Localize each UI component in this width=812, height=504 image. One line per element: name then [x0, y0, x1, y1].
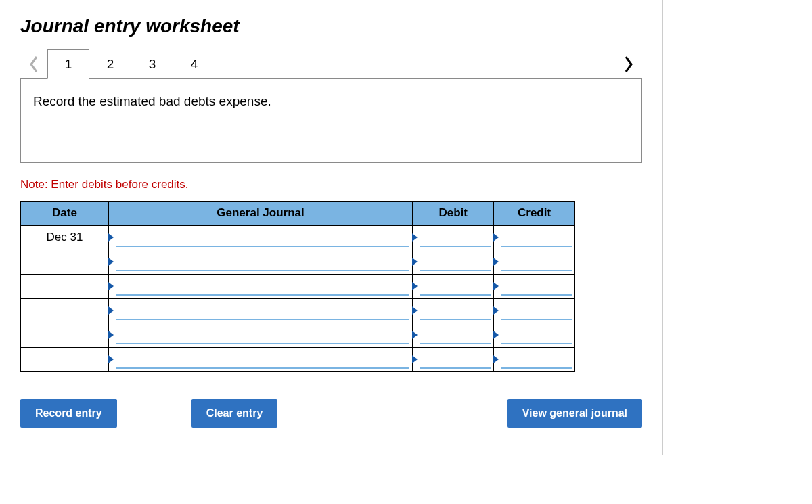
- col-debit-header: Debit: [413, 201, 494, 225]
- clear-entry-button[interactable]: Clear entry: [191, 399, 278, 428]
- view-general-journal-button[interactable]: View general journal: [508, 399, 642, 428]
- date-cell[interactable]: [21, 347, 109, 371]
- instruction-box: Record the estimated bad debts expense.: [20, 78, 642, 163]
- date-cell[interactable]: [21, 250, 109, 274]
- prev-arrow[interactable]: [20, 55, 47, 73]
- next-arrow[interactable]: [615, 55, 642, 73]
- gj-cell[interactable]: [108, 347, 412, 371]
- gj-cell[interactable]: [108, 323, 412, 347]
- date-cell[interactable]: Dec 31: [21, 225, 109, 250]
- debit-cell[interactable]: [413, 250, 494, 274]
- table-row: [21, 298, 575, 323]
- credit-cell[interactable]: [494, 225, 575, 250]
- page-title: Journal entry worksheet: [20, 16, 642, 37]
- debit-cell[interactable]: [413, 298, 494, 323]
- col-gj-header: General Journal: [108, 201, 412, 225]
- record-entry-button[interactable]: Record entry: [20, 399, 117, 428]
- debit-cell[interactable]: [413, 274, 494, 298]
- gj-cell[interactable]: [108, 298, 412, 323]
- gj-cell[interactable]: [108, 250, 412, 274]
- credit-cell[interactable]: [494, 274, 575, 298]
- journal-table: Date General Journal Debit Credit Dec 31: [20, 201, 575, 372]
- table-row: [21, 274, 575, 298]
- chevron-left-icon: [28, 55, 39, 73]
- date-cell[interactable]: [21, 298, 109, 323]
- table-row: [21, 347, 575, 371]
- chevron-right-icon: [623, 55, 634, 73]
- button-row: Record entry Clear entry View general jo…: [20, 399, 642, 428]
- table-row: [21, 250, 575, 274]
- worksheet-panel: Journal entry worksheet 1 2 3 4 Record t…: [0, 0, 663, 455]
- tab-3[interactable]: 3: [131, 49, 173, 79]
- note-text: Note: Enter debits before credits.: [20, 178, 642, 191]
- col-date-header: Date: [21, 201, 109, 225]
- tab-2[interactable]: 2: [89, 49, 131, 79]
- tab-bar: 1 2 3 4: [20, 49, 642, 79]
- credit-cell[interactable]: [494, 250, 575, 274]
- date-cell[interactable]: [21, 323, 109, 347]
- credit-cell[interactable]: [494, 323, 575, 347]
- debit-cell[interactable]: [413, 323, 494, 347]
- tab-4[interactable]: 4: [173, 49, 215, 79]
- gj-cell[interactable]: [108, 225, 412, 250]
- table-row: [21, 323, 575, 347]
- debit-cell[interactable]: [413, 225, 494, 250]
- tab-1[interactable]: 1: [47, 49, 89, 79]
- debit-cell[interactable]: [413, 347, 494, 371]
- col-credit-header: Credit: [494, 201, 575, 225]
- credit-cell[interactable]: [494, 347, 575, 371]
- credit-cell[interactable]: [494, 298, 575, 323]
- gj-cell[interactable]: [108, 274, 412, 298]
- table-row: Dec 31: [21, 225, 575, 250]
- date-cell[interactable]: [21, 274, 109, 298]
